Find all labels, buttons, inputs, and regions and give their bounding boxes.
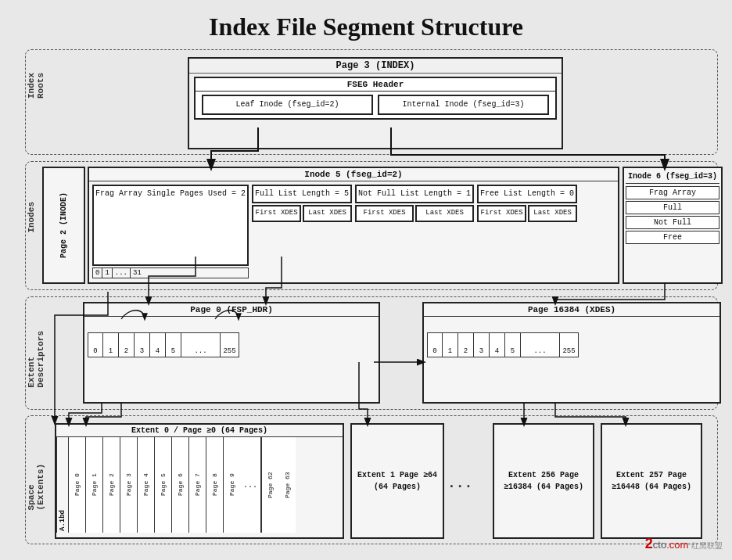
notfull-last-xdes: Last XDES bbox=[415, 205, 474, 222]
inode6-not-full: Not Full bbox=[626, 216, 719, 229]
xdes2-cell-4: 4 bbox=[490, 332, 505, 357]
extent-descriptors-label: ExtentDescriptors bbox=[27, 331, 45, 388]
xdes-cell-255: 255 bbox=[221, 332, 239, 357]
xdes-cell-2: 2 bbox=[119, 332, 135, 357]
extent257-label: Extent 257 Page ≥16448 (64 Pages) bbox=[602, 469, 701, 493]
page6-cell: Page 6 bbox=[171, 437, 188, 533]
full-list-section: Full List Length = 5 First XDES Last XDE… bbox=[252, 185, 352, 278]
internal-inode-box: Internal Inode (fseg_id=3) bbox=[378, 95, 549, 115]
extent0-aid-label: A.1bd bbox=[56, 437, 68, 533]
extent1-box: Extent 1 Page ≥64 (64 Pages) bbox=[350, 423, 444, 539]
xdes2-cell-255: 255 bbox=[560, 332, 579, 357]
free-first-xdes: First XDES bbox=[477, 205, 526, 222]
frag-cell-dots: ... bbox=[113, 268, 131, 278]
full-first-xdes: First XDES bbox=[252, 205, 301, 222]
xdes-cell-4: 4 bbox=[150, 332, 166, 357]
extents-dots: ... bbox=[447, 476, 472, 491]
page7-cell: Page 7 bbox=[188, 437, 206, 533]
inode6-full: Full bbox=[626, 201, 719, 214]
page3-outer: Page 3 (INDEX) FSEG Header Leaf Inode (f… bbox=[188, 57, 563, 149]
extent257-box: Extent 257 Page ≥16448 (64 Pages) bbox=[601, 423, 702, 539]
page16384-box: Page 16384 (XDES) 0 1 2 3 4 5 ... 255 bbox=[422, 302, 721, 404]
full-last-xdes: Last XDES bbox=[303, 205, 352, 222]
page0-title: Page 0 (FSP_HDR) bbox=[84, 303, 379, 317]
page2-box: Page 2 (INODE) bbox=[42, 167, 85, 284]
page2-cell: Page 2 bbox=[102, 437, 120, 533]
page5-cell: Page 5 bbox=[154, 437, 171, 533]
page1-cell: Page 1 bbox=[85, 437, 102, 533]
xdes2-cell-2: 2 bbox=[458, 332, 474, 357]
frag-array-label: Frag Array Single Pages Used = 2 bbox=[92, 185, 249, 266]
xdes-cell-1: 1 bbox=[103, 332, 119, 357]
page2-label: Page 2 (INODE) bbox=[59, 192, 69, 258]
page0-box: Page 0 (FSP_HDR) 0 1 2 3 4 5 ... 255 bbox=[83, 302, 380, 404]
inode6-free: Free bbox=[626, 231, 719, 244]
xdes2-cell-0: 0 bbox=[427, 332, 443, 357]
free-list-label: Free List Length = 0 bbox=[477, 185, 577, 203]
space-label: Space(Extents) bbox=[27, 464, 45, 510]
index-roots-label: IndexRoots bbox=[27, 73, 45, 99]
inode5-title: Inode 5 (fseg_id=2) bbox=[89, 168, 618, 181]
xdes2-cell-3: 3 bbox=[474, 332, 490, 357]
page9-cell: Page 9 bbox=[223, 437, 240, 533]
full-list-label: Full List Length = 5 bbox=[252, 185, 352, 203]
extent256-label: Extent 256 Page ≥16384 (64 Pages) bbox=[494, 469, 593, 493]
page62-cell: Page 62 bbox=[261, 437, 278, 533]
pages-dots: ... bbox=[240, 437, 261, 533]
inodes-label: Inodes bbox=[27, 202, 36, 233]
page3-cell: Page 3 bbox=[120, 437, 137, 533]
page4-cell: Page 4 bbox=[137, 437, 154, 533]
main-title: Index File Segment Structure bbox=[0, 0, 732, 49]
leaf-inode-box: Leaf Inode (fseg_id=2) bbox=[202, 95, 373, 115]
xdes-cell-0: 0 bbox=[88, 332, 103, 357]
fseg-header-box: FSEG Header Leaf Inode (fseg_id=2) Inter… bbox=[194, 77, 557, 120]
page3-title: Page 3 (INDEX) bbox=[189, 59, 562, 74]
free-list-section: Free List Length = 0 First XDES Last XDE… bbox=[477, 185, 577, 278]
frag-array-section: Frag Array Single Pages Used = 2 0 1 ...… bbox=[92, 185, 249, 278]
xdes-cell-dots: ... bbox=[181, 332, 221, 357]
frag-cell-1: 1 bbox=[102, 268, 112, 278]
extent0-box: Extent 0 / Page ≥0 (64 Pages) A.1bd Page… bbox=[55, 423, 344, 539]
fseg-header-title: FSEG Header bbox=[196, 78, 555, 92]
xdes-cell-3: 3 bbox=[135, 332, 150, 357]
inode6-title: Inode 6 (fseg_id=3) bbox=[626, 170, 719, 184]
watermark: 2cto.com 红黑联盟 bbox=[645, 536, 723, 552]
notfull-list-label: Not Full List Length = 1 bbox=[355, 185, 474, 203]
page63-cell: Page 63 bbox=[278, 437, 296, 533]
extent0-title: Extent 0 / Page ≥0 (64 Pages) bbox=[56, 425, 343, 437]
xdes2-cell-1: 1 bbox=[443, 332, 458, 357]
frag-cell-0: 0 bbox=[93, 268, 102, 278]
xdes2-cell-5: 5 bbox=[505, 332, 521, 357]
free-last-xdes: Last XDES bbox=[528, 205, 577, 222]
notfull-first-xdes: First XDES bbox=[355, 205, 414, 222]
inode5-box: Inode 5 (fseg_id=2) Frag Array Single Pa… bbox=[88, 167, 619, 284]
frag-cell-31: 31 bbox=[131, 268, 144, 278]
notfull-list-section: Not Full List Length = 1 First XDES Last… bbox=[355, 185, 474, 278]
extent1-label: Extent 1 Page ≥64 (64 Pages) bbox=[352, 469, 443, 493]
xdes2-cell-dots: ... bbox=[521, 332, 560, 357]
page8-cell: Page 8 bbox=[206, 437, 223, 533]
inode6-box: Inode 6 (fseg_id=3) Frag Array Full Not … bbox=[623, 167, 723, 284]
extent256-box: Extent 256 Page ≥16384 (64 Pages) bbox=[493, 423, 594, 539]
page0-cell: Page 0 bbox=[68, 437, 85, 533]
inode6-frag-array: Frag Array bbox=[626, 186, 719, 199]
xdes-cell-5: 5 bbox=[166, 332, 181, 357]
page16384-title: Page 16384 (XDES) bbox=[424, 303, 719, 317]
